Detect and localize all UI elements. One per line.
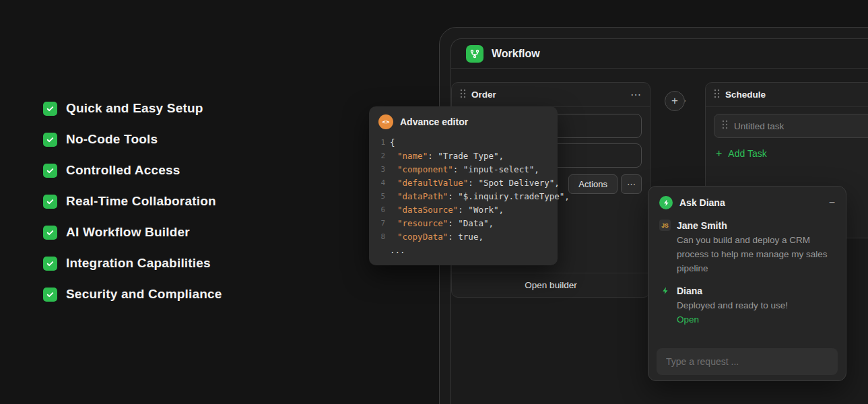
feature-item: Integration Capabilities [43, 256, 222, 271]
feature-list: Quick and Easy Setup No-Code Tools Contr… [43, 101, 222, 302]
message-author: Diana [677, 285, 702, 296]
order-card-title: Order [471, 90, 496, 100]
schedule-card-title: Schedule [725, 90, 766, 100]
line-number: 7 [378, 217, 385, 230]
task-placeholder: Untitled task [734, 121, 784, 131]
bolt-icon [659, 287, 671, 295]
feature-label: No-Code Tools [66, 132, 158, 147]
code-line: ... [378, 244, 548, 257]
check-icon [43, 288, 57, 302]
feature-label: Security and Compliance [66, 287, 222, 302]
window-header: Workflow [451, 39, 868, 69]
message-text: Can you build and deploy a CRM process t… [677, 233, 834, 275]
drag-handle-icon[interactable] [460, 89, 466, 101]
code-text: "defaultValue": "Spot Delivery", [390, 176, 560, 190]
line-number: 6 [378, 203, 385, 217]
check-icon [43, 195, 57, 209]
add-task-button[interactable]: + Add Task [716, 148, 868, 159]
editor-title: Advance editor [400, 116, 468, 127]
feature-item: Real-Time Collaboration [43, 194, 222, 209]
chat-message: Diana Deployed and ready to use! Open [648, 285, 846, 325]
feature-label: AI Workflow Builder [66, 225, 190, 240]
message-header: Diana [659, 285, 835, 296]
order-card-menu-icon[interactable]: ⋯ [630, 90, 642, 100]
request-input[interactable] [657, 348, 838, 375]
code-text: "component": "input-select", [390, 163, 539, 176]
message-header: JS Jane Smith [659, 220, 835, 231]
feature-item: AI Workflow Builder [43, 225, 222, 240]
code-line: 2 "name": "Trade Type", [378, 149, 548, 163]
order-card-header: Order ⋯ [452, 83, 650, 107]
plus-icon: + [716, 148, 722, 159]
code-line: 8 "copyData": true, [378, 230, 548, 244]
check-icon [43, 164, 57, 178]
window-title: Workflow [492, 48, 540, 60]
line-number: 2 [378, 149, 385, 163]
open-builder-button[interactable]: Open builder [452, 273, 650, 297]
schedule-card-header: Schedule [706, 83, 868, 107]
page: Quick and Easy Setup No-Code Tools Contr… [0, 0, 868, 404]
chat-message: JS Jane Smith Can you build and deploy a… [648, 220, 846, 275]
line-number: 1 [378, 136, 385, 149]
code-text: "dataSource": "Work", [390, 203, 504, 217]
code-text: "dataPath": "$.inquiry.tradeType", [390, 190, 570, 203]
diana-header: Ask Diana − [648, 187, 846, 209]
check-icon [43, 133, 57, 147]
line-number: 8 [378, 230, 385, 244]
message-text: Deployed and ready to use! [677, 298, 834, 312]
check-icon [43, 226, 57, 240]
code-line: 5 "dataPath": "$.inquiry.tradeType", [378, 190, 548, 203]
open-link[interactable]: Open [677, 314, 699, 325]
line-number [378, 244, 385, 257]
code-text: { [390, 136, 395, 149]
diana-title: Ask Diana [679, 197, 725, 208]
check-icon [43, 257, 57, 271]
code-text: "copyData": true, [390, 230, 483, 244]
feature-label: Real-Time Collaboration [66, 194, 216, 209]
actions-menu-button[interactable]: ⋯ [621, 174, 642, 194]
drag-handle-icon[interactable] [714, 89, 720, 101]
minimize-button[interactable]: − [829, 197, 835, 208]
code-line: 6 "dataSource": "Work", [378, 203, 548, 217]
drag-handle-icon[interactable] [722, 120, 728, 132]
feature-item: No-Code Tools [43, 132, 222, 147]
add-node-button[interactable]: + [665, 91, 685, 111]
code-block: 1 { 2 "name": "Trade Type", 3 "component… [369, 135, 558, 257]
message-author: Jane Smith [677, 220, 727, 231]
code-text: ... [390, 244, 405, 257]
feature-item: Quick and Easy Setup [43, 101, 222, 116]
code-text: "resource": "Data", [390, 217, 494, 230]
feature-item: Security and Compliance [43, 287, 222, 302]
line-number: 3 [378, 163, 385, 176]
feature-label: Integration Capabilities [66, 256, 211, 271]
feature-label: Controlled Access [66, 163, 180, 178]
editor-header: <> Advance editor [369, 106, 558, 135]
code-line: 7 "resource": "Data", [378, 217, 548, 230]
advance-editor-popup: <> Advance editor 1 { 2 "name": "Trade T… [369, 106, 558, 265]
code-text: "name": "Trade Type", [390, 149, 504, 163]
line-number: 4 [378, 176, 385, 190]
code-line: 1 { [378, 136, 548, 149]
line-number: 5 [378, 190, 385, 203]
code-icon: <> [378, 114, 393, 129]
feature-item: Controlled Access [43, 163, 222, 178]
actions-button[interactable]: Actions [568, 174, 617, 194]
feature-label: Quick and Easy Setup [66, 101, 203, 116]
ask-diana-panel: Ask Diana − JS Jane Smith Can you build … [648, 186, 846, 381]
workflow-icon [466, 45, 483, 63]
check-icon [43, 102, 57, 116]
untitled-task-field[interactable]: Untitled task [714, 114, 868, 138]
code-line: 4 "defaultValue": "Spot Delivery", [378, 176, 548, 190]
code-line: 3 "component": "input-select", [378, 163, 548, 176]
avatar: JS [659, 220, 671, 231]
add-task-label: Add Task [728, 148, 766, 159]
bolt-icon [659, 196, 673, 209]
